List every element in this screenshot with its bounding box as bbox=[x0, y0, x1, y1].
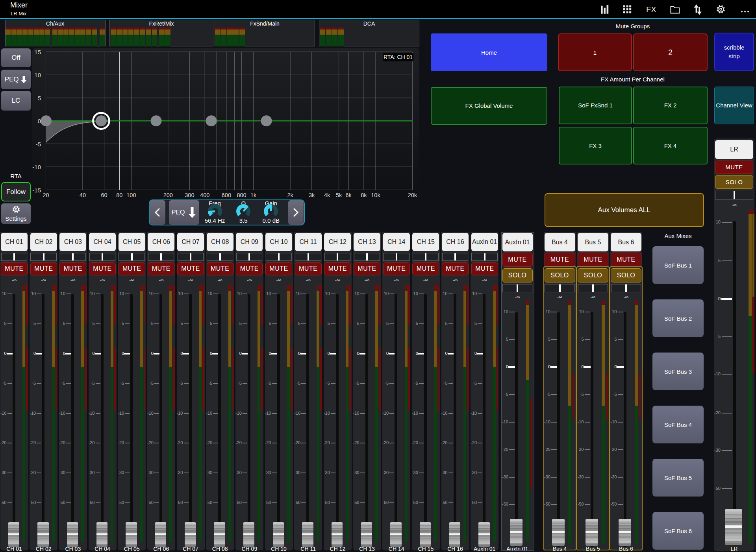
svg-text:FX: FX bbox=[646, 5, 656, 14]
